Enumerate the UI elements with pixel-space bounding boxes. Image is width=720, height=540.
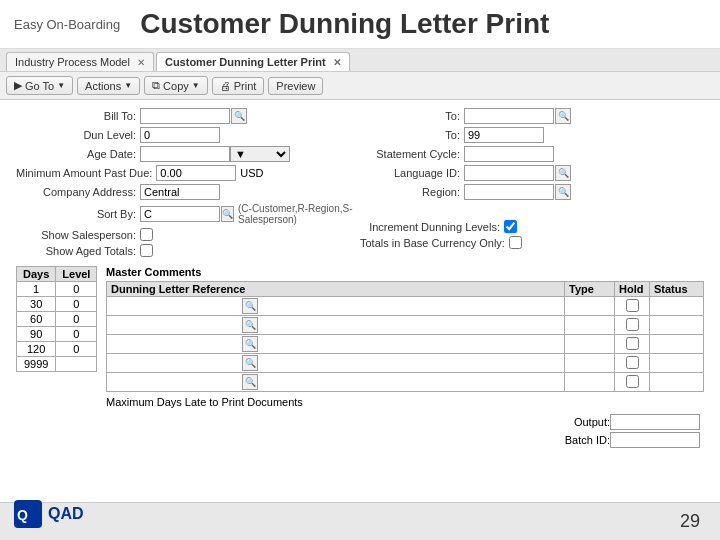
tab-close-industry[interactable]: ✕: [137, 57, 145, 68]
days-input[interactable]: [22, 343, 50, 355]
dun-level-label: Dun Level:: [16, 129, 136, 141]
min-amount-row: Minimum Amount Past Due: USD: [16, 165, 360, 181]
to-search-btn[interactable]: 🔍: [555, 108, 571, 124]
bill-to-search-btn[interactable]: 🔍: [231, 108, 247, 124]
footer-brand: Q QAD: [14, 500, 84, 528]
dunning-ref-input[interactable]: [111, 374, 241, 388]
region-search-btn[interactable]: 🔍: [555, 184, 571, 200]
to-input[interactable]: [464, 108, 554, 124]
sort-by-search-btn[interactable]: 🔍: [221, 206, 234, 222]
dunning-hold-checkbox[interactable]: [626, 318, 639, 331]
company-address-input[interactable]: [140, 184, 220, 200]
dunning-ref-input[interactable]: [111, 317, 241, 331]
totals-base-checkbox[interactable]: [509, 236, 522, 249]
age-date-input[interactable]: [140, 146, 230, 162]
days-input[interactable]: [22, 283, 50, 295]
days-input[interactable]: [22, 313, 50, 325]
dunning-table-row: 🔍: [107, 354, 704, 373]
language-id-label: Language ID:: [360, 167, 460, 179]
days-input[interactable]: [22, 358, 50, 370]
batch-id-row: Batch ID:: [565, 432, 700, 448]
statement-cycle-row: Statement Cycle:: [360, 146, 704, 162]
actions-label: Actions: [85, 80, 121, 92]
to2-label: To:: [360, 129, 460, 141]
level-input[interactable]: [62, 283, 90, 295]
level-input[interactable]: [62, 298, 90, 310]
tab-close-dunning[interactable]: ✕: [333, 57, 341, 68]
level-input[interactable]: [62, 328, 90, 340]
language-id-input[interactable]: [464, 165, 554, 181]
dunning-table-row: 🔍: [107, 316, 704, 335]
level-input[interactable]: [62, 358, 90, 370]
dunning-type-input[interactable]: [569, 356, 609, 370]
days-level-table: Days Level: [16, 266, 96, 408]
dunning-ref-search-btn[interactable]: 🔍: [242, 374, 258, 390]
dunning-type-input[interactable]: [569, 337, 609, 351]
tab-dunning-letter[interactable]: Customer Dunning Letter Print ✕: [156, 52, 350, 71]
show-salesperson-checkbox[interactable]: [140, 228, 153, 241]
dunning-table-row: 🔍: [107, 335, 704, 354]
dunning-hold-checkbox[interactable]: [626, 299, 639, 312]
dunning-ref-search-btn[interactable]: 🔍: [242, 336, 258, 352]
dunning-ref-search-btn[interactable]: 🔍: [242, 298, 258, 314]
dunning-status-input[interactable]: [654, 318, 699, 332]
dunning-ref-search-btn[interactable]: 🔍: [242, 317, 258, 333]
to2-input[interactable]: [464, 127, 544, 143]
level-input[interactable]: [62, 343, 90, 355]
show-salesperson-row: Show Salesperson:: [16, 228, 360, 241]
dunning-table-row: 🔍: [107, 297, 704, 316]
min-amount-input[interactable]: [156, 165, 236, 181]
dunning-ref-search-btn[interactable]: 🔍: [242, 355, 258, 371]
dun-level-input[interactable]: [140, 127, 220, 143]
days-table-row: [17, 342, 97, 357]
increment-dunning-checkbox[interactable]: [504, 220, 517, 233]
bill-to-input[interactable]: [140, 108, 230, 124]
region-row: Region: 🔍: [360, 184, 704, 200]
output-input[interactable]: [610, 414, 700, 430]
output-row: Output:: [565, 414, 700, 430]
region-input[interactable]: [464, 184, 554, 200]
dunning-hold-checkbox[interactable]: [626, 375, 639, 388]
to-label: To:: [360, 110, 460, 122]
to2-row: To:: [360, 127, 704, 143]
copy-arrow-icon: ▼: [192, 81, 200, 90]
dunning-type-input[interactable]: [569, 299, 609, 313]
tab-industry-model[interactable]: Industry Process Model ✕: [6, 52, 154, 71]
sort-by-input[interactable]: [140, 206, 220, 222]
actions-button[interactable]: Actions ▼: [77, 77, 140, 95]
dunning-hold-checkbox[interactable]: [626, 337, 639, 350]
print-button[interactable]: 🖨 Print: [212, 77, 265, 95]
sort-by-label: Sort By:: [16, 208, 136, 220]
show-aged-totals-label: Show Aged Totals:: [16, 245, 136, 257]
goto-button[interactable]: ▶ Go To ▼: [6, 76, 73, 95]
language-id-search-btn[interactable]: 🔍: [555, 165, 571, 181]
days-table-row: [17, 327, 97, 342]
copy-icon: ⧉: [152, 79, 160, 92]
statement-cycle-input[interactable]: [464, 146, 554, 162]
days-input[interactable]: [22, 298, 50, 310]
copy-button[interactable]: ⧉ Copy ▼: [144, 76, 208, 95]
sort-by-hint: (C-Customer,R-Region,S-Salesperson): [238, 203, 360, 225]
dunning-ref-input[interactable]: [111, 336, 241, 350]
dunning-ref-input[interactable]: [111, 355, 241, 369]
level-col-header: Level: [56, 267, 97, 282]
batch-id-input[interactable]: [610, 432, 700, 448]
preview-button[interactable]: Preview: [268, 77, 323, 95]
dunning-ref-input[interactable]: [111, 298, 241, 312]
min-amount-label: Minimum Amount Past Due:: [16, 167, 152, 179]
age-date-select[interactable]: ▼: [230, 146, 290, 162]
show-aged-totals-checkbox[interactable]: [140, 244, 153, 257]
dunning-status-input[interactable]: [654, 337, 699, 351]
days-input[interactable]: [22, 328, 50, 340]
brand-label: Easy On-Boarding: [14, 17, 120, 32]
dunning-status-input[interactable]: [654, 375, 699, 389]
bill-to-label: Bill To:: [16, 110, 136, 122]
age-date-label: Age Date:: [16, 148, 136, 160]
dunning-status-input[interactable]: [654, 356, 699, 370]
dunning-type-input[interactable]: [569, 318, 609, 332]
level-input[interactable]: [62, 313, 90, 325]
dunning-type-input[interactable]: [569, 375, 609, 389]
dunning-status-input[interactable]: [654, 299, 699, 313]
tab-industry-model-label: Industry Process Model: [15, 56, 130, 68]
dunning-hold-checkbox[interactable]: [626, 356, 639, 369]
